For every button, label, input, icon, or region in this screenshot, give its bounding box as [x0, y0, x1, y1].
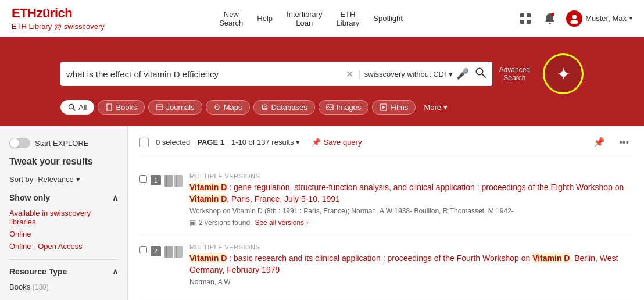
result-1-checkbox[interactable]	[139, 175, 147, 183]
tab-films-label: Films	[390, 103, 408, 112]
svg-rect-3	[527, 20, 531, 24]
svg-marker-21	[382, 106, 385, 109]
tab-films[interactable]: Films	[372, 100, 416, 115]
logo-area: ETHzürich ETH Library @ swisscovery	[12, 6, 105, 31]
tab-all-label: All	[78, 103, 87, 112]
search-input[interactable]	[66, 69, 340, 79]
nav-new-search[interactable]: New Search	[219, 10, 243, 27]
svg-line-11	[73, 109, 76, 111]
bell-icon[interactable]	[542, 10, 558, 27]
svg-point-18	[262, 108, 267, 110]
explore-label: Start EXPLORE	[35, 139, 88, 148]
result-2-icon	[164, 246, 183, 258]
results-count[interactable]: 1-10 of 137 results ▾	[231, 138, 300, 147]
toolbar-bookmark-icon[interactable]: 📌	[590, 135, 609, 149]
tab-databases[interactable]: Databases	[253, 100, 315, 115]
grid-icon[interactable]	[517, 10, 534, 27]
result-1-icon	[164, 175, 183, 187]
facet-books[interactable]: Books (130)	[9, 281, 118, 293]
eth-bold: ETH	[12, 6, 37, 20]
scope-label: swisscovery without CDI	[364, 70, 446, 78]
result-2-title[interactable]: Vitamin D : basic research and its clini…	[189, 253, 632, 276]
facet-available-swisscovery[interactable]: Available in swisscovery libraries	[9, 207, 118, 228]
result-1-number: 1	[151, 175, 161, 185]
filter-tabs-row: All Books Journals Maps Databases Images…	[60, 100, 584, 115]
search-button[interactable]	[475, 67, 486, 81]
result-1-title[interactable]: Vitamin D : gene regulation, structure-f…	[189, 182, 632, 205]
select-all-checkbox[interactable]	[139, 138, 149, 147]
svg-point-5	[551, 13, 554, 16]
facet-online[interactable]: Online	[9, 228, 118, 240]
tab-journals-label: Journals	[166, 103, 195, 112]
sort-select[interactable]: Relevance ▾	[38, 175, 80, 184]
svg-rect-12	[106, 104, 112, 110]
svg-rect-29	[176, 246, 177, 258]
advanced-search-button[interactable]: Advanced Search	[499, 66, 530, 82]
main-nav: New Search Help Interlibrary Loan ETH Li…	[219, 10, 403, 27]
nav-help[interactable]: Help	[257, 14, 273, 23]
microphone-icon[interactable]: 🎤	[456, 67, 469, 80]
result-item-1: 1 MULTIPLE VERSIONS Vitamin D : gene reg…	[139, 165, 632, 235]
result-2-checkbox[interactable]	[139, 246, 147, 253]
svg-point-7	[570, 20, 578, 24]
tab-more-label: More	[424, 103, 441, 112]
result-1-versions: ▣ 2 versions found. See all versions ›	[189, 219, 632, 227]
resource-type-header[interactable]: Resource Type ∧	[9, 267, 118, 276]
result-1-versions-count: 2 versions found.	[199, 219, 252, 227]
explore-toggle[interactable]: Start EXPLORE	[9, 138, 118, 148]
header-right: Muster, Max ▾	[517, 10, 632, 27]
resource-type-title: Resource Type	[9, 267, 67, 276]
tab-more[interactable]: More ▾	[419, 101, 452, 114]
resource-type-chevron-icon: ∧	[112, 267, 118, 276]
save-query-button[interactable]: 📌 Save query	[312, 138, 362, 147]
result-1-title-highlight: Vitamin D	[189, 194, 227, 203]
nav-interlibrary-loan[interactable]: Interlibrary Loan	[287, 10, 322, 27]
sort-value: Relevance	[38, 175, 73, 184]
selected-count: 0 selected	[156, 138, 190, 147]
resource-type-items: Books (130)	[9, 281, 118, 293]
user-name: Muster, Max	[585, 14, 627, 23]
svg-rect-25	[176, 175, 177, 187]
clear-search-button[interactable]: ✕	[344, 69, 356, 80]
show-only-items: Available in swisscovery libraries Onlin…	[9, 207, 118, 252]
eth-subtitle: ETH Library @ swisscovery	[12, 22, 105, 31]
result-2-content: MULTIPLE VERSIONS Vitamin D : basic rese…	[189, 244, 632, 290]
explore-toggle-switch[interactable]	[9, 138, 30, 148]
svg-rect-4	[549, 23, 551, 24]
bookmark-pin-icon: 📌	[312, 138, 321, 147]
user-chevron-icon: ▾	[629, 15, 632, 22]
svg-rect-0	[520, 13, 524, 17]
svg-rect-23	[166, 175, 167, 187]
nav-spotlight[interactable]: Spotlight	[373, 14, 403, 23]
tab-images[interactable]: Images	[319, 100, 369, 115]
ai-sparkle-button[interactable]: ✦	[543, 53, 584, 94]
result-1-content: MULTIPLE VERSIONS Vitamin D : gene regul…	[189, 173, 632, 227]
svg-point-6	[572, 15, 577, 19]
toolbar-more-button[interactable]: •••	[616, 136, 632, 149]
results-area: 0 selected PAGE 1 1-10 of 137 results ▾ …	[128, 126, 644, 300]
result-1-see-all-link[interactable]: See all versions ›	[255, 219, 308, 227]
tweak-title: Tweak your results	[9, 156, 118, 167]
tab-books[interactable]: Books	[98, 100, 144, 115]
results-count-chevron-icon: ▾	[296, 138, 300, 147]
tab-databases-label: Databases	[271, 103, 307, 112]
nav-eth-library[interactable]: ETH Library	[337, 10, 360, 27]
top-header: ETHzürich ETH Library @ swisscovery New …	[0, 0, 644, 37]
svg-rect-14	[156, 105, 163, 110]
sparkles-icon: ✦	[556, 64, 571, 84]
eth-zurich-text: zürich	[37, 6, 73, 20]
search-box: ✕ swisscovery without CDI ▾ 🎤	[60, 62, 492, 86]
tab-journals[interactable]: Journals	[148, 100, 202, 115]
tab-all[interactable]: All	[60, 100, 94, 115]
tab-books-label: Books	[116, 103, 137, 112]
scope-select[interactable]: swisscovery without CDI ▾	[359, 70, 453, 78]
result-2-number: 2	[151, 246, 161, 256]
result-2-title-highlight-pre: Vitamin D	[189, 253, 227, 263]
tab-maps[interactable]: Maps	[206, 100, 250, 115]
page-label: PAGE 1	[197, 138, 224, 147]
facet-open-access[interactable]: Online - Open Access	[9, 240, 118, 252]
svg-rect-27	[166, 246, 167, 258]
user-menu-button[interactable]: Muster, Max ▾	[566, 10, 632, 27]
scope-chevron-icon: ▾	[449, 70, 453, 78]
show-only-header[interactable]: Show only ∧	[9, 193, 118, 202]
